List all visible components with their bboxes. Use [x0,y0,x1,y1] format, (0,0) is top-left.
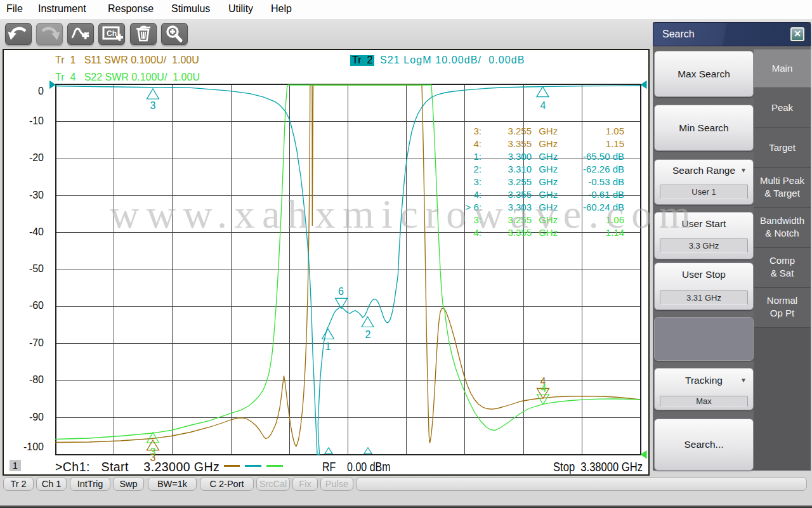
svg-text:1: 1 [325,341,331,352]
svg-text:2: 2 [365,329,371,340]
svg-text:6: 6 [338,286,344,297]
svg-text:4: 4 [541,383,547,394]
svg-text:4: 4 [540,100,546,111]
svg-text:3: 3 [150,100,156,111]
